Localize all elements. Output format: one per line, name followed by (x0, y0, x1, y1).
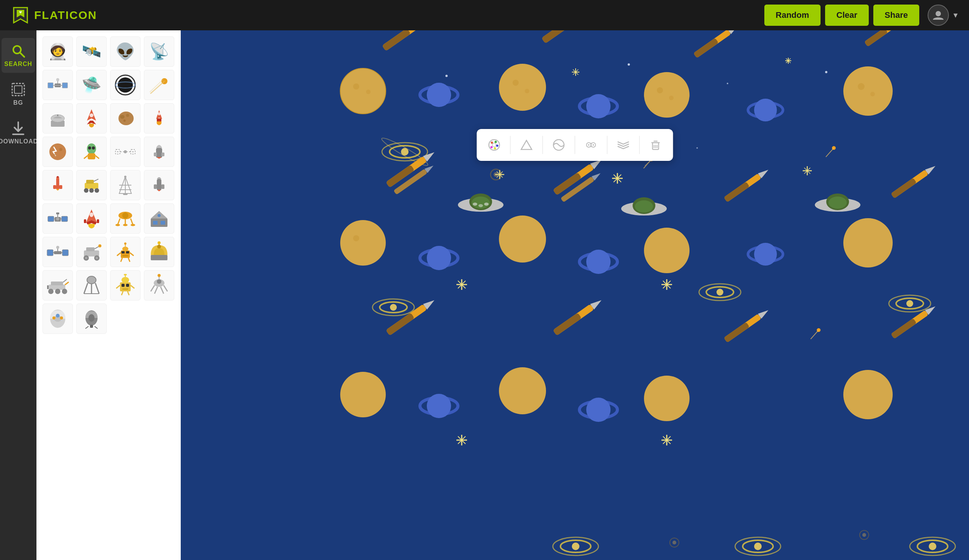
svg-rect-47 (53, 185, 56, 189)
svg-point-147 (56, 314, 60, 317)
icon-item-robot2[interactable] (110, 270, 140, 301)
svg-point-238 (906, 300, 913, 307)
svg-point-121 (87, 276, 96, 284)
icon-item-lander[interactable] (110, 203, 140, 234)
shape-tool-button[interactable] (514, 133, 539, 157)
svg-rect-53 (86, 180, 94, 184)
icon-item-robot[interactable] (110, 237, 140, 267)
icon-item-tripod[interactable] (76, 270, 107, 301)
icon-item-rover2[interactable] (76, 237, 107, 267)
svg-rect-46 (56, 178, 59, 190)
icon-item-antenna1[interactable]: 📡 (144, 37, 174, 67)
svg-point-179 (870, 92, 875, 96)
download-icon (11, 121, 26, 136)
user-avatar[interactable] (927, 5, 949, 26)
icon-item-space-station1[interactable] (43, 203, 73, 234)
icon-item-sat3[interactable] (43, 237, 73, 267)
svg-line-37 (84, 156, 88, 159)
icon-item-asteroid[interactable] (110, 103, 140, 133)
icon-item-rocket2[interactable] (144, 103, 174, 133)
icon-item-rover3[interactable] (43, 270, 73, 301)
icon-item-capsule2[interactable] (76, 304, 107, 334)
svg-point-34 (88, 146, 91, 150)
svg-line-5 (20, 52, 24, 57)
svg-line-103 (117, 253, 121, 256)
sidebar-item-download[interactable]: DOWNLOAD (2, 115, 35, 150)
pattern-tool-button[interactable] (547, 133, 571, 157)
svg-point-58 (124, 176, 127, 178)
svg-point-70 (90, 213, 93, 217)
svg-point-330 (593, 144, 594, 146)
svg-rect-118 (51, 281, 63, 285)
icon-item-antenna2[interactable] (110, 170, 140, 200)
svg-rect-82 (153, 221, 158, 224)
svg-point-50 (84, 188, 88, 193)
svg-point-98 (98, 244, 102, 248)
icon-item-alien-astronaut[interactable] (76, 136, 107, 167)
icon-item-shuttle[interactable] (76, 203, 107, 234)
svg-point-134 (122, 277, 129, 283)
icon-item-rover1[interactable] (76, 170, 107, 200)
svg-point-180 (340, 220, 386, 266)
canvas-area[interactable] (181, 30, 969, 560)
sat3-svg (46, 241, 69, 263)
flaticon-logo-icon (12, 6, 30, 24)
icon-item-comet1[interactable] (144, 70, 174, 100)
group-icon (584, 138, 598, 152)
svg-line-54 (94, 179, 98, 181)
space-background-svg (181, 30, 969, 560)
capsule-svg (46, 307, 69, 330)
sidebar-item-bg[interactable]: BG (2, 76, 35, 111)
icon-item-rocket5[interactable] (144, 170, 174, 200)
user-dropdown-arrow[interactable]: ▾ (954, 10, 957, 20)
group-tool-button[interactable] (579, 133, 603, 157)
svg-point-115 (48, 289, 53, 294)
sidebar-item-search[interactable]: SEARCH (2, 38, 35, 73)
svg-point-138 (157, 279, 162, 284)
svg-line-131 (131, 285, 135, 288)
random-button[interactable]: Random (764, 5, 821, 26)
clear-button[interactable]: Clear (825, 5, 869, 26)
icon-item-capsule1[interactable] (43, 304, 73, 334)
icon-item-satellite2[interactable] (43, 70, 73, 100)
icon-item-alien[interactable]: 👽 (110, 37, 140, 67)
svg-rect-44 (154, 153, 157, 156)
svg-rect-128 (126, 284, 129, 287)
svg-point-188 (843, 370, 893, 419)
svg-rect-120 (47, 285, 48, 289)
svg-point-235 (716, 289, 723, 296)
layers-tool-button[interactable] (611, 133, 636, 157)
asteroid-svg (114, 107, 137, 130)
icon-item-dotted-path[interactable] (110, 136, 140, 167)
icon-item-rocket1[interactable] (76, 103, 107, 133)
lander-svg (114, 207, 137, 230)
icon-item-base[interactable] (144, 203, 174, 234)
icon-item-rocket3[interactable] (144, 136, 174, 167)
icon-item-ufo1[interactable]: 🛸 (76, 70, 107, 100)
svg-point-17 (118, 77, 133, 93)
delete-tool-button[interactable] (644, 133, 668, 157)
svg-line-130 (116, 285, 120, 288)
rocket4-svg (46, 174, 69, 196)
rover2-svg (80, 241, 103, 263)
icon-item-blackhole[interactable] (110, 70, 140, 100)
icon-item-walker[interactable] (144, 270, 174, 301)
svg-point-208 (473, 203, 477, 206)
icon-item-rocket4[interactable] (43, 170, 73, 200)
svg-point-74 (122, 213, 128, 219)
icon-item-moon-broken[interactable] (43, 136, 73, 167)
icon-item-astronaut[interactable]: 🧑‍🚀 (43, 37, 73, 67)
svg-point-213 (635, 200, 653, 213)
icon-item-satellite1[interactable]: 🛰️ (76, 37, 107, 67)
svg-point-209 (478, 204, 483, 207)
svg-point-32 (53, 154, 56, 156)
icon-item-observatory[interactable] (43, 103, 73, 133)
svg-point-90 (56, 246, 59, 249)
svg-rect-265 (891, 318, 917, 339)
share-button[interactable]: Share (873, 5, 919, 26)
icon-item-dome[interactable] (144, 237, 174, 267)
svg-line-139 (151, 285, 155, 291)
dome-svg (148, 241, 170, 263)
palette-tool-button[interactable] (482, 133, 506, 157)
svg-point-270 (673, 541, 676, 545)
